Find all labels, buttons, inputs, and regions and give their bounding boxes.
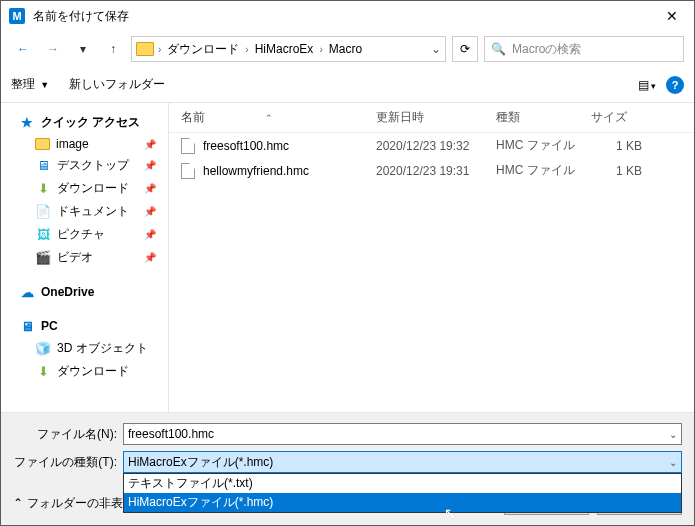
chevron-right-icon: › <box>245 44 248 55</box>
file-row[interactable]: hellowmyfriend.hmc 2020/12/23 19:31 HMC … <box>169 158 694 183</box>
breadcrumb-item[interactable]: ダウンロード <box>165 41 241 58</box>
window-title: 名前を付けて保存 <box>33 8 649 25</box>
chevron-down-icon[interactable]: ⌄ <box>669 429 677 440</box>
column-headers: 名前⌃ 更新日時 種類 サイズ <box>169 103 694 133</box>
search-icon: 🔍 <box>491 42 506 56</box>
col-date[interactable]: 更新日時 <box>376 109 496 126</box>
file-row[interactable]: freesoft100.hmc 2020/12/23 19:32 HMC ファイ… <box>169 133 694 158</box>
refresh-button[interactable]: ⟳ <box>452 36 478 62</box>
pin-icon: 📌 <box>144 206 156 217</box>
sidebar-item[interactable]: 🧊3D オブジェクト <box>1 337 168 360</box>
organize-button[interactable]: 整理 ▼ <box>11 76 49 93</box>
bottom-panel: ファイル名(N): freesoft100.hmc ⌄ ファイルの種類(T): … <box>1 412 694 525</box>
sidebar-pc[interactable]: 🖥PC <box>1 315 168 337</box>
col-type[interactable]: 種類 <box>496 109 591 126</box>
sidebar-item[interactable]: 🖼ピクチャ📌 <box>1 223 168 246</box>
cloud-icon: ☁ <box>19 284 35 300</box>
download-icon: ⬇ <box>35 181 51 197</box>
pin-icon: 📌 <box>144 139 156 150</box>
sidebar-quick-access[interactable]: ★クイック アクセス <box>1 111 168 134</box>
app-icon: M <box>9 8 25 24</box>
col-name[interactable]: 名前⌃ <box>181 109 376 126</box>
new-folder-button[interactable]: 新しいフォルダー <box>69 76 165 93</box>
pin-icon: 📌 <box>144 183 156 194</box>
sidebar: ★クイック アクセス image📌 🖥デスクトップ📌 ⬇ダウンロード📌 📄ドキュ… <box>1 103 169 412</box>
download-icon: ⬇ <box>35 364 51 380</box>
folder-icon <box>35 138 50 150</box>
filetype-option-selected[interactable]: HiMacroExファイル(*.hmc) ↖ <box>124 493 681 512</box>
pin-icon: 📌 <box>144 160 156 171</box>
sidebar-item[interactable]: ⬇ダウンロード📌 <box>1 177 168 200</box>
up-button[interactable]: ▾ <box>71 37 95 61</box>
search-placeholder: Macroの検索 <box>512 41 581 58</box>
content-area: ★クイック アクセス image📌 🖥デスクトップ📌 ⬇ダウンロード📌 📄ドキュ… <box>1 103 694 412</box>
sidebar-item[interactable]: 🖥デスクトップ📌 <box>1 154 168 177</box>
chevron-down-icon[interactable]: ⌄ <box>431 42 441 56</box>
filename-input[interactable]: freesoft100.hmc ⌄ <box>123 423 682 445</box>
video-icon: 🎬 <box>35 250 51 266</box>
back-button[interactable]: ← <box>11 37 35 61</box>
close-button[interactable]: ✕ <box>649 1 694 31</box>
address-bar: ← → ▾ ↑ › ダウンロード › HiMacroEx › Macro ⌄ ⟳… <box>1 31 694 67</box>
search-input[interactable]: 🔍 Macroの検索 <box>484 36 684 62</box>
filename-label: ファイル名(N): <box>13 426 123 443</box>
col-size[interactable]: サイズ <box>591 109 682 126</box>
filetype-dropdown: テキストファイル(*.txt) HiMacroExファイル(*.hmc) ↖ <box>123 473 682 513</box>
document-icon: 📄 <box>35 204 51 220</box>
chevron-up-icon: ⌃ <box>13 496 23 510</box>
folder-icon <box>136 42 154 56</box>
sidebar-item[interactable]: ⬇ダウンロード <box>1 360 168 383</box>
sidebar-onedrive[interactable]: ☁OneDrive <box>1 281 168 303</box>
pc-icon: 🖥 <box>19 318 35 334</box>
chevron-right-icon: › <box>158 44 161 55</box>
filetype-label: ファイルの種類(T): <box>13 454 123 471</box>
file-list: 名前⌃ 更新日時 種類 サイズ freesoft100.hmc 2020/12/… <box>169 103 694 412</box>
sidebar-item[interactable]: image📌 <box>1 134 168 154</box>
hide-folders-button[interactable]: ⌃ フォルダーの非表示 <box>13 495 135 512</box>
title-bar: M 名前を付けて保存 ✕ <box>1 1 694 31</box>
breadcrumb-item[interactable]: HiMacroEx <box>253 42 316 56</box>
filetype-option[interactable]: テキストファイル(*.txt) <box>124 474 681 493</box>
toolbar: 整理 ▼ 新しいフォルダー ▤▾ ? <box>1 67 694 103</box>
sidebar-item[interactable]: 🎬ビデオ📌 <box>1 246 168 269</box>
pin-icon: 📌 <box>144 229 156 240</box>
forward-button[interactable]: → <box>41 37 65 61</box>
sidebar-item[interactable]: 📄ドキュメント📌 <box>1 200 168 223</box>
picture-icon: 🖼 <box>35 227 51 243</box>
desktop-icon: 🖥 <box>35 158 51 174</box>
filetype-select[interactable]: HiMacroExファイル(*.hmc) ⌄ テキストファイル(*.txt) H… <box>123 451 682 473</box>
pin-icon: 📌 <box>144 252 156 263</box>
chevron-down-icon[interactable]: ⌄ <box>669 457 677 468</box>
file-icon <box>181 138 195 154</box>
3d-icon: 🧊 <box>35 341 51 357</box>
help-icon[interactable]: ? <box>666 76 684 94</box>
view-button[interactable]: ▤▾ <box>638 78 656 92</box>
breadcrumb[interactable]: › ダウンロード › HiMacroEx › Macro ⌄ <box>131 36 446 62</box>
breadcrumb-item[interactable]: Macro <box>327 42 364 56</box>
chevron-right-icon: › <box>319 44 322 55</box>
sort-indicator: ⌃ <box>265 113 273 123</box>
file-icon <box>181 163 195 179</box>
up-level-button[interactable]: ↑ <box>101 37 125 61</box>
star-icon: ★ <box>19 115 35 131</box>
